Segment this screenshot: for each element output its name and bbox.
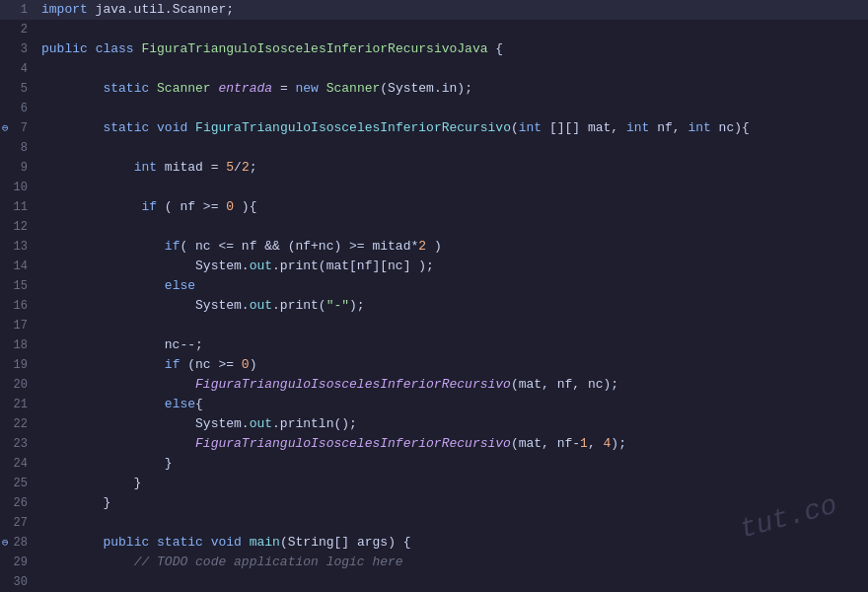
code-line: 3public class FiguraTrianguloIsoscelesIn… [0,39,868,59]
line-number: 28 [0,534,37,553]
token-kw: else [165,278,195,293]
code-line: 23 FiguraTrianguloIsoscelesInferiorRecur… [0,434,868,454]
token-kw: public [41,41,88,56]
line-content: System.out.print(mat[nf][nc] ); [37,257,868,275]
code-line: 28 public static void main(String[] args… [0,533,868,553]
code-line: 14 System.out.print(mat[nf][nc] ); [0,257,868,276]
line-number: 24 [0,455,37,474]
code-line: 9 int mitad = 5/2; [0,158,868,178]
token-kw: static [103,120,149,135]
token-var [41,377,195,392]
token-var: .print( [272,298,326,313]
line-content: public class FiguraTrianguloIsoscelesInf… [37,39,868,58]
token-var: = [272,81,295,96]
line-content [37,138,868,157]
token-var: nf, [649,120,687,135]
line-content: if (nc >= 0) [37,355,868,374]
token-var [41,199,141,214]
code-line: 8 [0,138,868,158]
code-line: 18 nc--; [0,335,868,355]
code-line: 2 [0,20,868,39]
line-number: 27 [0,514,37,533]
code-line: 27 [0,513,868,533]
code-line: 5 static Scanner entrada = new Scanner(S… [0,79,868,99]
line-number: 13 [0,238,37,257]
line-content [37,572,868,591]
token-var: ); [611,436,626,451]
token-var [41,357,165,372]
token-var: } [41,476,141,490]
token-classname: FiguraTrianguloIsoscelesInferiorRecursiv… [141,41,487,56]
code-line: 13 if( nc <= nf && (nf+nc) >= mitad*2 ) [0,237,868,257]
token-var: / [234,160,242,175]
token-kw: int [687,120,710,135]
token-var: [][] mat, [542,120,626,135]
line-number: 11 [0,198,37,217]
token-var [187,120,195,135]
token-kw: static [103,81,149,96]
token-var [41,120,103,135]
token-var: (String[] args) { [280,535,411,550]
token-kw: new [295,81,318,96]
token-var: java.util.Scanner [88,2,226,17]
token-punct: ; [226,2,234,17]
token-var: System. [41,298,250,313]
code-line: 25 } [0,474,868,493]
line-content [37,217,868,236]
line-content: import java.util.Scanner; [37,0,868,19]
line-content: nc--; [37,335,868,354]
token-kw: static [157,535,203,550]
line-number: 5 [0,80,37,99]
token-italic-class: entrada [218,81,272,96]
token-var [41,555,134,569]
token-string: "-" [326,298,349,313]
token-var [41,397,165,411]
line-number: 10 [0,179,37,197]
line-number: 7 [0,119,37,138]
token-var [88,41,96,56]
token-classname: Scanner [326,81,381,96]
token-number: 1 [580,436,588,451]
token-var [41,436,195,451]
line-content: FiguraTrianguloIsoscelesInferiorRecursiv… [37,434,868,453]
code-line: 16 System.out.print("-"); [0,296,868,316]
line-content: else{ [37,395,868,413]
token-kw: int [134,160,157,175]
token-kw: class [96,41,134,56]
code-line: 20 FiguraTrianguloIsoscelesInferiorRecur… [0,375,868,395]
line-content [37,99,868,117]
token-var: ( nf >= [157,199,226,214]
code-line: 7 static void FiguraTrianguloIsoscelesIn… [0,118,868,138]
token-var [41,81,103,96]
token-var: ); [349,298,365,313]
token-sysout: out [250,298,272,313]
code-line: 19 if (nc >= 0) [0,355,868,375]
token-kw: import [41,2,88,17]
line-number: 26 [0,494,37,513]
token-method: FiguraTrianguloIsoscelesInferiorRecursiv… [195,120,511,135]
code-line: 15 else [0,276,868,296]
token-kw: if [141,199,157,214]
token-var: ){ [234,199,256,214]
token-var: System. [41,416,250,431]
line-number: 6 [0,100,37,118]
line-number: 12 [0,218,37,237]
code-line: 17 [0,316,868,335]
code-line: 12 [0,217,868,237]
token-var [242,535,250,550]
line-number: 18 [0,336,37,355]
line-number: 22 [0,415,37,434]
line-number: 25 [0,475,37,493]
token-number: 0 [226,199,234,214]
token-var: } [41,456,173,471]
code-line: 11 if ( nf >= 0 ){ [0,197,868,217]
line-number: 4 [0,60,37,79]
token-number: 0 [242,357,250,372]
token-kw: int [519,120,542,135]
token-kw: void [211,535,242,550]
token-var [149,535,157,550]
line-number: 23 [0,435,37,454]
line-number: 30 [0,573,37,592]
token-classname: Scanner [157,81,211,96]
line-content: if ( nf >= 0 ){ [37,197,868,216]
